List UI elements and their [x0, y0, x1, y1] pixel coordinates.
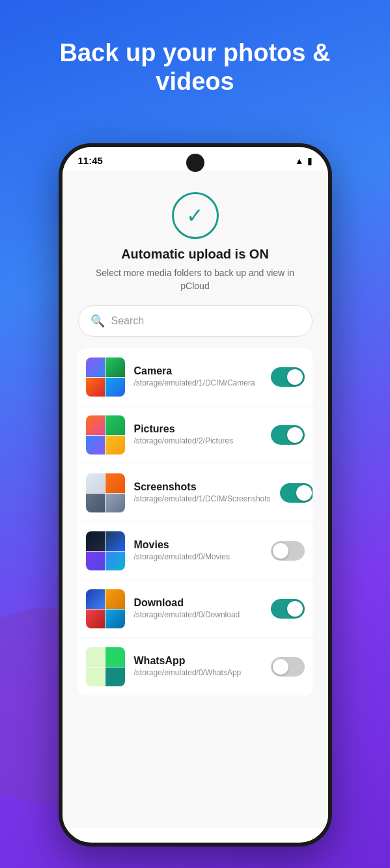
toggle-pictures[interactable]	[271, 425, 305, 445]
thumb-cell	[86, 531, 105, 551]
folder-list: Camera /storage/emulated/1/DCIM/Camera	[78, 348, 313, 695]
toggle-knob-movies	[273, 543, 288, 559]
folder-info-pictures: Pictures /storage/emulated/2/Pictures	[134, 423, 262, 447]
thumb-cell	[105, 531, 125, 551]
folder-item-whatsapp[interactable]: WhatsApp /storage/emulated/0/WhatsApp	[78, 638, 313, 695]
toggle-screenshots[interactable]	[280, 483, 313, 503]
folder-info-download: Download /storage/emulated/0/Download	[134, 597, 262, 621]
battery-icon: ▮	[307, 156, 313, 166]
thumb-cell	[86, 473, 105, 493]
thumb-cell	[86, 647, 105, 667]
thumb-cell	[86, 357, 105, 377]
thumb-cell	[86, 436, 105, 455]
check-icon: ✓	[186, 205, 204, 226]
folder-name-camera: Camera	[134, 365, 262, 377]
thumb-cell	[105, 357, 125, 377]
hero-title: Back up your photos & videos	[26, 39, 364, 96]
folder-name-movies: Movies	[134, 539, 262, 551]
folder-info-whatsapp: WhatsApp /storage/emulated/0/WhatsApp	[134, 655, 262, 679]
thumb-cell	[86, 378, 105, 397]
folder-thumbnail-pictures	[86, 415, 125, 455]
thumb-cell	[86, 667, 105, 687]
success-indicator: ✓	[78, 171, 313, 247]
thumb-cell	[105, 589, 125, 609]
folder-item-movies[interactable]: Movies /storage/emulated/0/Movies	[78, 522, 313, 580]
thumb-cell	[86, 415, 105, 435]
folder-thumbnail-download	[86, 589, 125, 628]
folder-name-pictures: Pictures	[134, 423, 262, 435]
toggle-knob-pictures	[287, 427, 303, 443]
folder-name-screenshots: Screenshots	[134, 481, 271, 493]
thumb-cell	[105, 473, 125, 493]
folder-item-download[interactable]: Download /storage/emulated/0/Download	[78, 580, 313, 638]
thumb-cell	[105, 436, 125, 455]
wifi-icon: ▲	[295, 156, 304, 166]
folder-path-camera: /storage/emulated/1/DCIM/Camera	[134, 378, 262, 389]
toggle-download[interactable]	[271, 599, 305, 619]
upload-status-heading: Automatic upload is ON	[78, 247, 313, 262]
phone-content: ✓ Automatic upload is ON Select more med…	[63, 171, 328, 828]
folder-info-movies: Movies /storage/emulated/0/Movies	[134, 539, 262, 563]
folder-path-movies: /storage/emulated/0/Movies	[134, 552, 262, 563]
thumb-cell	[105, 415, 125, 435]
thumb-cell	[86, 552, 105, 571]
folder-path-screenshots: /storage/emulated/1/DCIM/Screenshots	[134, 494, 271, 505]
folder-path-pictures: /storage/emulated/2/Pictures	[134, 436, 262, 447]
thumb-cell	[105, 494, 125, 513]
toggle-camera[interactable]	[271, 367, 305, 387]
screen: Back up your photos & videos 11:45 ▲ ▮ ✓…	[0, 0, 390, 868]
thumb-cell	[86, 494, 105, 513]
folder-path-download: /storage/emulated/0/Download	[134, 610, 262, 621]
toggle-knob-download	[287, 601, 303, 617]
phone-frame: 11:45 ▲ ▮ ✓ Automatic upload is ON Selec…	[59, 143, 332, 847]
status-icons: ▲ ▮	[295, 156, 313, 166]
folder-path-whatsapp: /storage/emulated/0/WhatsApp	[134, 668, 262, 679]
thumb-cell	[105, 378, 125, 397]
toggle-knob-screenshots	[296, 485, 312, 501]
thumb-cell	[105, 609, 125, 629]
thumb-cell	[105, 647, 125, 667]
check-circle: ✓	[172, 192, 219, 239]
toggle-whatsapp[interactable]	[271, 657, 305, 677]
thumb-cell	[105, 667, 125, 687]
status-time: 11:45	[78, 155, 103, 166]
folder-thumbnail-movies	[86, 531, 125, 570]
thumb-cell	[105, 552, 125, 571]
search-icon: 🔍	[91, 314, 105, 328]
folder-info-screenshots: Screenshots /storage/emulated/1/DCIM/Scr…	[134, 481, 271, 505]
folder-item-camera[interactable]: Camera /storage/emulated/1/DCIM/Camera	[78, 348, 313, 406]
folder-thumbnail-screenshots	[86, 473, 125, 512]
phone-notch	[186, 154, 204, 172]
folder-name-whatsapp: WhatsApp	[134, 655, 262, 667]
folder-thumbnail-whatsapp	[86, 647, 125, 686]
folder-item-pictures[interactable]: Pictures /storage/emulated/2/Pictures	[78, 406, 313, 464]
folder-info-camera: Camera /storage/emulated/1/DCIM/Camera	[134, 365, 262, 389]
upload-status-subtitle: Select more media folders to back up and…	[78, 267, 313, 292]
hero-section: Back up your photos & videos	[0, 39, 390, 96]
thumb-cell	[86, 609, 105, 629]
folder-item-screenshots[interactable]: Screenshots /storage/emulated/1/DCIM/Scr…	[78, 464, 313, 522]
toggle-knob-camera	[287, 369, 303, 385]
search-bar[interactable]: 🔍 Search	[78, 305, 313, 337]
toggle-knob-whatsapp	[273, 659, 288, 675]
folder-thumbnail-camera	[86, 357, 125, 397]
search-input[interactable]: Search	[111, 315, 300, 327]
toggle-movies[interactable]	[271, 541, 305, 561]
thumb-cell	[86, 589, 105, 609]
folder-name-download: Download	[134, 597, 262, 609]
